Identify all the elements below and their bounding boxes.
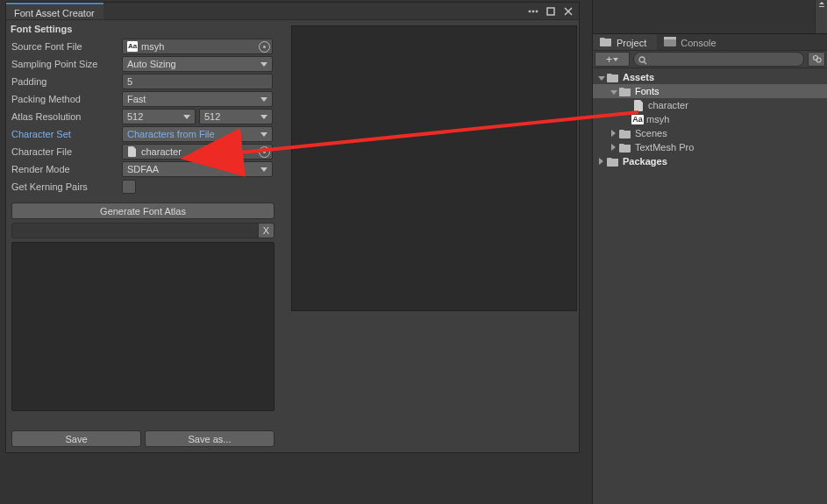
tab-font-asset-creator[interactable]: Font Asset Creator [6,3,103,19]
atlas-width-value: 512 [127,111,143,122]
filter-clear-button[interactable]: X [259,223,274,238]
object-picker-icon[interactable] [259,41,270,53]
render-value: SDFAA [127,164,159,174]
sampling-dropdown[interactable]: Auto Sizing [122,56,273,72]
plus-icon: + [606,54,612,65]
folder-icon [618,85,632,97]
tab-project[interactable]: Project [593,34,657,50]
dock-handle[interactable] [815,0,827,33]
sampling-label: Sampling Point Size [11,59,122,69]
save-button[interactable]: Save [11,430,141,447]
tree-item-packages[interactable]: Packages [593,154,827,168]
render-label: Render Mode [11,164,122,174]
tab-label: Font Asset Creator [14,8,95,18]
tree-label: Packages [623,156,667,167]
tree-item-msyh[interactable]: Aa msyh [593,112,827,126]
folder-icon [618,141,632,153]
font-asset-creator-panel: Font Asset Creator Font Settings Source … [5,2,580,453]
svg-rect-5 [664,37,676,39]
atlas-height-value: 512 [204,111,220,122]
tree-label: Fonts [635,86,659,96]
tab-console-label: Console [681,38,716,48]
project-tree: Assets Fonts character Aa msyh Scenes Te… [593,68,827,168]
source-font-label: Source Font File [11,41,122,52]
add-button[interactable]: + [595,52,630,67]
chevron-down-icon [260,132,267,137]
chevron-down-icon [613,58,618,61]
generate-font-atlas-button[interactable]: Generate Font Atlas [11,202,274,219]
file-icon [631,99,645,111]
tab-console[interactable]: Console [657,34,726,50]
padding-label: Padding [11,76,122,87]
packing-dropdown[interactable]: Fast [122,91,273,107]
font-icon: Aa [631,115,644,124]
bottom-buttons: Save Save as... [11,430,274,447]
chevron-down-icon [183,115,190,119]
svg-point-2 [536,11,538,12]
folder-icon [600,37,612,48]
chevron-down-icon [260,97,267,102]
svg-point-1 [532,11,534,12]
menu-icon[interactable] [528,6,538,17]
filter-input[interactable] [11,223,259,238]
project-search-input[interactable] [633,52,804,67]
source-font-field[interactable]: Aa msyh [122,39,273,54]
charfile-label: Character File [11,146,122,157]
console-icon [664,37,676,48]
close-icon[interactable] [563,6,574,17]
atlas-preview [291,25,577,311]
project-panel: Project Console + Assets [592,0,827,504]
packing-value: Fast [127,94,146,104]
filter-button[interactable] [808,52,825,67]
packing-label: Packing Method [11,94,122,104]
atlas-height-dropdown[interactable]: 512 [199,109,273,124]
save-as-label: Save as... [189,434,232,444]
expand-icon[interactable] [596,72,606,82]
folder-icon [606,71,620,83]
padding-input[interactable]: 5 [122,74,273,89]
tree-label: Assets [623,72,654,82]
padding-value: 5 [127,76,132,87]
tree-label: character [648,100,688,110]
chevron-down-icon [260,167,267,172]
charset-dropdown[interactable]: Characters from File [122,126,273,142]
output-textarea[interactable] [11,242,274,411]
svg-point-0 [529,11,531,12]
charset-label: Character Set [11,129,122,139]
file-icon [127,146,138,157]
expand-icon[interactable] [609,128,618,138]
project-toolbar: + [593,51,827,68]
tab-project-label: Project [617,38,646,48]
expand-icon[interactable] [609,86,618,96]
save-label: Save [65,434,87,444]
window-controls [523,3,579,19]
kerning-checkbox[interactable] [122,180,136,194]
tree-item-scenes[interactable]: Scenes [593,126,827,140]
tree-item-assets[interactable]: Assets [593,70,827,84]
atlas-width-dropdown[interactable]: 512 [122,109,196,124]
atlas-label: Atlas Resolution [11,111,122,122]
charfile-field[interactable]: character [122,144,273,160]
save-as-button[interactable]: Save as... [145,430,274,447]
tree-label: Scenes [635,128,667,138]
generate-label: Generate Font Atlas [100,206,186,217]
folder-icon [606,155,620,167]
tree-item-character[interactable]: character [593,98,827,112]
tree-item-textmesh[interactable]: TextMesh Pro [593,140,827,154]
charset-value: Characters from File [127,129,215,139]
source-font-value: msyh [141,41,164,52]
kerning-label: Get Kerning Pairs [11,181,122,192]
search-icon [638,55,647,64]
chevron-down-icon [260,62,267,67]
maximize-icon[interactable] [545,6,556,17]
svg-rect-3 [547,8,554,15]
folder-icon [618,127,632,139]
render-dropdown[interactable]: SDFAA [122,161,273,177]
expand-icon[interactable] [609,142,618,153]
filter-row: X [11,223,274,238]
tree-item-fonts[interactable]: Fonts [593,84,827,98]
object-picker-icon[interactable] [259,146,270,158]
tree-label: msyh [646,114,669,124]
clear-label: X [263,225,269,236]
expand-icon[interactable] [596,156,606,167]
